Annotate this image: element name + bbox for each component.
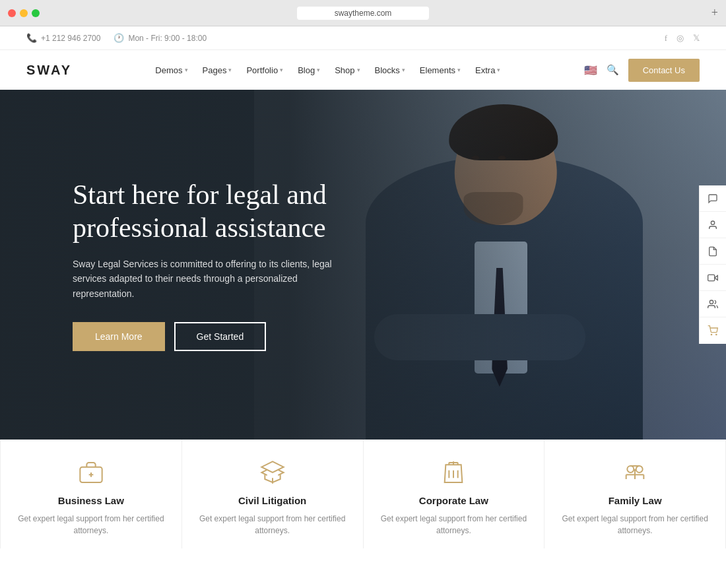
chevron-down-icon: ▾: [228, 67, 232, 73]
phone-info: 📞 +1 212 946 2700: [26, 33, 100, 43]
language-flag[interactable]: 🇺🇸: [584, 64, 597, 77]
side-toolbar: [699, 185, 726, 344]
svg-point-16: [636, 466, 643, 473]
dot-red[interactable]: [8, 9, 16, 17]
top-bar: 📞 +1 212 946 2700 🕐 Mon - Fri: 9:00 - 18…: [0, 26, 726, 50]
user-tool[interactable]: [700, 212, 726, 238]
nav-links: Demos ▾ Pages ▾ Portfolio ▾ Blog ▾ Shop …: [155, 65, 500, 75]
svg-point-3: [710, 300, 713, 304]
service-card-family-law: Family Law Get expert legal support from…: [544, 440, 726, 548]
navbar: SWAY Demos ▾ Pages ▾ Portfolio ▾ Blog ▾ …: [0, 50, 726, 90]
family-law-desc: Get expert legal support from her certif…: [558, 513, 712, 537]
phone-number: +1 212 946 2700: [41, 34, 100, 43]
chevron-down-icon: ▾: [185, 67, 188, 73]
instagram-icon[interactable]: ◎: [676, 33, 684, 44]
browser-chrome: swaytheme.com +: [0, 0, 726, 26]
svg-rect-2: [708, 275, 715, 280]
svg-point-5: [716, 334, 717, 335]
top-bar-left: 📞 +1 212 946 2700 🕐 Mon - Fri: 9:00 - 18…: [26, 33, 207, 43]
hours-info: 🕐 Mon - Fri: 9:00 - 18:00: [114, 33, 207, 43]
site-logo[interactable]: SWAY: [26, 63, 72, 78]
nav-item-extra[interactable]: Extra ▾: [475, 65, 500, 75]
nav-item-demos[interactable]: Demos ▾: [155, 65, 187, 75]
contact-button[interactable]: Contact Us: [628, 59, 700, 82]
corporate-law-title: Corporate Law: [419, 495, 488, 506]
svg-marker-1: [715, 275, 718, 280]
chevron-down-icon: ▾: [457, 67, 461, 73]
svg-point-15: [627, 466, 634, 473]
hero-buttons: Learn More Get Started: [73, 322, 416, 351]
corporate-law-icon: [437, 459, 470, 486]
nav-item-portfolio[interactable]: Portfolio ▾: [246, 65, 283, 75]
chat-tool[interactable]: [700, 185, 726, 212]
nav-item-pages[interactable]: Pages ▾: [203, 65, 232, 75]
chevron-down-icon: ▾: [357, 67, 360, 73]
users-tool[interactable]: [700, 291, 726, 317]
family-law-icon: [618, 459, 651, 486]
hero-title: Start here for legal and professional as…: [73, 178, 416, 245]
video-tool[interactable]: [700, 265, 726, 291]
business-law-icon: [75, 459, 108, 486]
chevron-down-icon: ▾: [402, 67, 405, 73]
cart-tool[interactable]: [700, 317, 726, 344]
new-tab-button[interactable]: +: [711, 6, 718, 20]
dot-yellow[interactable]: [20, 9, 28, 17]
business-law-desc: Get expert legal support from her certif…: [14, 513, 168, 537]
nav-right: 🇺🇸 🔍 Contact Us: [584, 59, 700, 82]
service-card-corporate-law: Corporate Law Get expert legal support f…: [364, 440, 545, 548]
svg-point-4: [711, 334, 711, 335]
search-icon[interactable]: 🔍: [607, 64, 619, 76]
service-card-business-law: Business Law Get expert legal support fr…: [0, 440, 182, 548]
hero-subtitle: Sway Legal Services is committed to offe…: [73, 257, 350, 301]
business-hours: Mon - Fri: 9:00 - 18:00: [128, 34, 207, 43]
svg-point-0: [711, 221, 714, 224]
civil-litigation-desc: Get expert legal support from her certif…: [195, 513, 350, 537]
get-started-button[interactable]: Get Started: [174, 322, 267, 351]
facebook-icon[interactable]: f: [665, 33, 667, 44]
hero-section: Start here for legal and professional as…: [0, 90, 726, 440]
hero-content: Start here for legal and professional as…: [73, 178, 416, 351]
family-law-title: Family Law: [609, 495, 662, 506]
twitter-icon[interactable]: 𝕏: [693, 33, 700, 44]
service-card-civil-litigation: Civil Litigation Get expert legal suppor…: [182, 440, 364, 548]
chevron-down-icon: ▾: [317, 67, 320, 73]
learn-more-button[interactable]: Learn More: [73, 322, 165, 351]
top-bar-right: f ◎ 𝕏: [665, 33, 700, 44]
nav-item-blocks[interactable]: Blocks ▾: [375, 65, 405, 75]
nav-item-blog[interactable]: Blog ▾: [298, 65, 320, 75]
clock-icon: 🕐: [114, 33, 124, 43]
nav-item-shop[interactable]: Shop ▾: [335, 65, 360, 75]
file-tool[interactable]: [700, 238, 726, 265]
browser-url-bar[interactable]: swaytheme.com: [297, 7, 429, 20]
chevron-down-icon: ▾: [497, 67, 500, 73]
dot-green[interactable]: [32, 9, 40, 17]
civil-litigation-icon: [256, 459, 289, 486]
nav-item-elements[interactable]: Elements ▾: [420, 65, 461, 75]
business-law-title: Business Law: [58, 495, 124, 506]
civil-litigation-title: Civil Litigation: [238, 495, 306, 506]
browser-dots: [8, 9, 40, 17]
chevron-down-icon: ▾: [280, 67, 283, 73]
corporate-law-desc: Get expert legal support from her certif…: [377, 513, 531, 537]
services-section: Business Law Get expert legal support fr…: [0, 440, 726, 548]
phone-icon: 📞: [26, 33, 37, 43]
website-container: 📞 +1 212 946 2700 🕐 Mon - Fri: 9:00 - 18…: [0, 26, 726, 588]
